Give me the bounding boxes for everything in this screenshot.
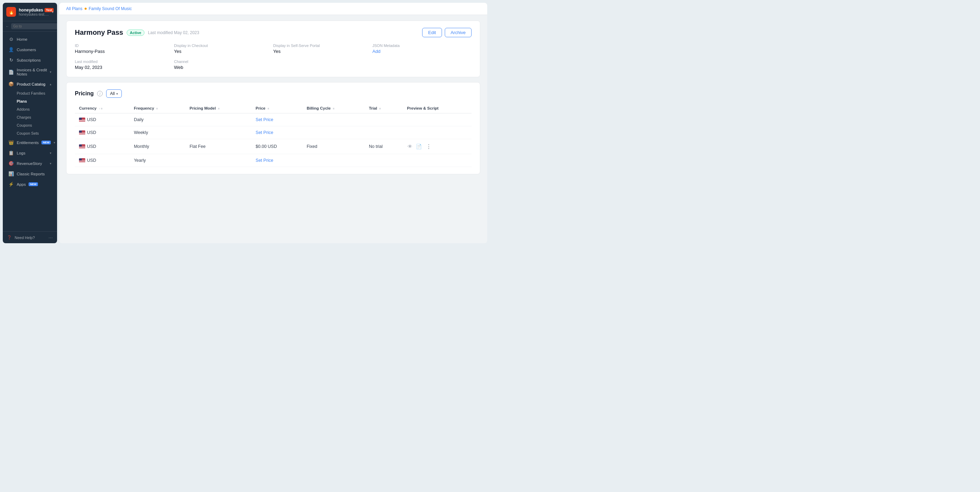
meta-json-metadata-value[interactable]: Add bbox=[372, 49, 472, 54]
goto-input[interactable] bbox=[11, 23, 57, 29]
sidebar-item-plans[interactable]: Plans bbox=[4, 97, 56, 105]
sidebar-item-product-families[interactable]: Product Families bbox=[4, 89, 56, 97]
more-options-icon[interactable]: ⋮ bbox=[425, 143, 433, 150]
flag-usd-daily bbox=[79, 118, 85, 122]
pricing-info-icon[interactable]: i bbox=[97, 91, 103, 96]
set-price-yearly[interactable]: Set Price bbox=[256, 158, 274, 163]
meta-display-checkout-label: Display in Checkout bbox=[174, 43, 273, 48]
frequency-sort-icon[interactable]: ≡ bbox=[156, 107, 158, 110]
footer-dots-icon[interactable]: ··· bbox=[49, 236, 53, 240]
price-sort-icon[interactable]: ≡ bbox=[267, 107, 269, 110]
meta-id-label: ID bbox=[75, 43, 174, 48]
col-preview-script-label: Preview & Script bbox=[407, 106, 439, 110]
col-billing-cycle-label: Billing Cycle bbox=[307, 106, 331, 110]
plan-header: Harmony Pass Active Last modified May 02… bbox=[75, 28, 472, 37]
sidebar-item-coupons[interactable]: Coupons bbox=[4, 121, 56, 129]
sidebar-item-classic-reports[interactable]: 📊 Classic Reports bbox=[4, 169, 56, 179]
sidebar-header[interactable]: 🔥 honeydukes Test honeydukes-test.char..… bbox=[3, 3, 57, 21]
flag-usd-monthly bbox=[79, 144, 85, 148]
sidebar-item-logs[interactable]: 📋 Logs ▾ bbox=[4, 148, 56, 158]
pricing-table: Currency ↑ ≡ Frequency ≡ Pricing Model ≡ bbox=[75, 103, 472, 167]
sidebar-item-apps[interactable]: ⚡ Apps NEW bbox=[4, 179, 56, 189]
help-label: Need Help? bbox=[14, 236, 35, 240]
price-monthly: $0.00 USD bbox=[251, 139, 303, 154]
meta-channel-label: Channel bbox=[174, 59, 273, 64]
pricing-table-header-row: Currency ↑ ≡ Frequency ≡ Pricing Model ≡ bbox=[75, 103, 472, 113]
col-frequency-label: Frequency bbox=[134, 106, 154, 110]
entitlements-label: Entitlements bbox=[17, 140, 39, 145]
pricing-model-sort-icon[interactable]: ≡ bbox=[218, 107, 220, 110]
addons-label: Addons bbox=[17, 107, 30, 111]
meta-json-metadata-label: JSON Metadata bbox=[372, 43, 472, 48]
plan-detail-card: Harmony Pass Active Last modified May 02… bbox=[66, 21, 480, 77]
sidebar-nav: ⊙ Home 👤 Customers ↻ Subscriptions 📄 Inv… bbox=[3, 32, 57, 231]
pricing-title: Pricing bbox=[75, 91, 94, 97]
customers-icon: 👤 bbox=[8, 47, 14, 52]
meta-display-portal-value: Yes bbox=[273, 49, 372, 54]
flag-usd-weekly bbox=[79, 131, 85, 135]
sidebar-item-coupon-sets[interactable]: Coupon Sets bbox=[4, 129, 56, 137]
brand-name: honeydukes Test bbox=[19, 8, 49, 13]
col-price: Price ≡ bbox=[251, 103, 303, 113]
set-price-weekly[interactable]: Set Price bbox=[256, 130, 274, 135]
preview-icon[interactable]: 👁 bbox=[407, 143, 413, 150]
entitlements-icon: 👑 bbox=[8, 140, 14, 145]
invoices-icon: 📄 bbox=[8, 70, 14, 75]
breadcrumb: All Plans Family Sound Of Music bbox=[59, 3, 487, 15]
pricing-filter-button[interactable]: All ▾ bbox=[106, 89, 121, 98]
sidebar-item-addons[interactable]: Addons bbox=[4, 105, 56, 113]
pricing-card: Pricing i All ▾ Currency ↑ ≡ bbox=[66, 82, 480, 174]
billing-cycle-weekly bbox=[302, 126, 365, 139]
meta-last-modified-label: Last modified bbox=[75, 59, 174, 64]
brand-name-text: honeydukes bbox=[19, 8, 43, 13]
row-currency-yearly: USD bbox=[75, 154, 130, 167]
currency-value-yearly: USD bbox=[87, 158, 96, 163]
meta-display-portal: Display in Self-Serve Portal Yes bbox=[273, 43, 372, 54]
plan-actions: Edit Archive bbox=[422, 28, 472, 37]
breadcrumb-parent-link[interactable]: All Plans bbox=[66, 6, 83, 11]
pricing-model-monthly: Flat Fee bbox=[186, 139, 251, 154]
meta-channel: Channel Web bbox=[174, 59, 273, 70]
sidebar-item-invoices[interactable]: 📄 Invoices & Credit Notes ▾ bbox=[4, 65, 56, 79]
sidebar-item-home[interactable]: ⊙ Home bbox=[4, 34, 56, 44]
trial-daily bbox=[365, 113, 402, 126]
main-content: All Plans Family Sound Of Music Harmony … bbox=[59, 3, 487, 243]
plan-meta-grid: ID Harmony-Pass Display in Checkout Yes … bbox=[75, 43, 472, 54]
sidebar-item-customers-label: Customers bbox=[17, 48, 36, 52]
billing-cycle-daily bbox=[302, 113, 365, 126]
sidebar-item-customers[interactable]: 👤 Customers bbox=[4, 45, 56, 55]
plan-meta-row2: Last modified May 02, 2023 Channel Web bbox=[75, 59, 472, 70]
classic-reports-label: Classic Reports bbox=[17, 172, 45, 176]
entitlements-chevron-icon: ▾ bbox=[54, 141, 55, 144]
set-price-daily[interactable]: Set Price bbox=[256, 117, 274, 122]
sidebar: 🔥 honeydukes Test honeydukes-test.char..… bbox=[3, 3, 57, 243]
sidebar-item-product-catalog[interactable]: 📦 Product Catalog ▴ bbox=[4, 79, 56, 89]
col-trial-label: Trial bbox=[369, 106, 377, 110]
revenue-story-icon: 🎯 bbox=[8, 161, 14, 166]
meta-last-modified-value: May 02, 2023 bbox=[75, 65, 174, 70]
sidebar-item-entitlements[interactable]: 👑 Entitlements NEW ▾ bbox=[4, 137, 56, 148]
pricing-model-yearly bbox=[186, 154, 251, 167]
sidebar-item-charges[interactable]: Charges bbox=[4, 113, 56, 121]
subscriptions-icon: ↻ bbox=[8, 57, 14, 63]
logs-label: Logs bbox=[17, 151, 25, 155]
trial-sort-icon[interactable]: ≡ bbox=[379, 107, 381, 110]
pricing-filter-label: All bbox=[110, 91, 115, 96]
edit-button[interactable]: Edit bbox=[422, 28, 442, 37]
sidebar-item-revenue-story[interactable]: 🎯 RevenueStory ▾ bbox=[4, 158, 56, 169]
pricing-header: Pricing i All ▾ bbox=[75, 89, 472, 98]
archive-button[interactable]: Archive bbox=[445, 28, 472, 37]
plan-title: Harmony Pass bbox=[75, 29, 123, 37]
script-icon[interactable]: 📄 bbox=[415, 143, 423, 150]
table-row: USD Weekly Set Price bbox=[75, 126, 472, 139]
sidebar-footer[interactable]: ❓ Need Help? ··· bbox=[3, 231, 57, 243]
sidebar-item-subscriptions-label: Subscriptions bbox=[17, 58, 41, 62]
billing-cycle-sort-icon[interactable]: ≡ bbox=[333, 107, 334, 110]
actions-daily bbox=[402, 113, 472, 126]
table-row: USD Monthly Flat Fee $0.00 USD Fixed No … bbox=[75, 139, 472, 154]
col-billing-cycle: Billing Cycle ≡ bbox=[302, 103, 365, 113]
currency-sort-icon[interactable]: ↑ ≡ bbox=[99, 107, 103, 110]
sidebar-item-subscriptions[interactable]: ↻ Subscriptions bbox=[4, 55, 56, 65]
actions-monthly: 👁 📄 ⋮ bbox=[402, 139, 472, 154]
frequency-weekly: Weekly bbox=[130, 126, 186, 139]
